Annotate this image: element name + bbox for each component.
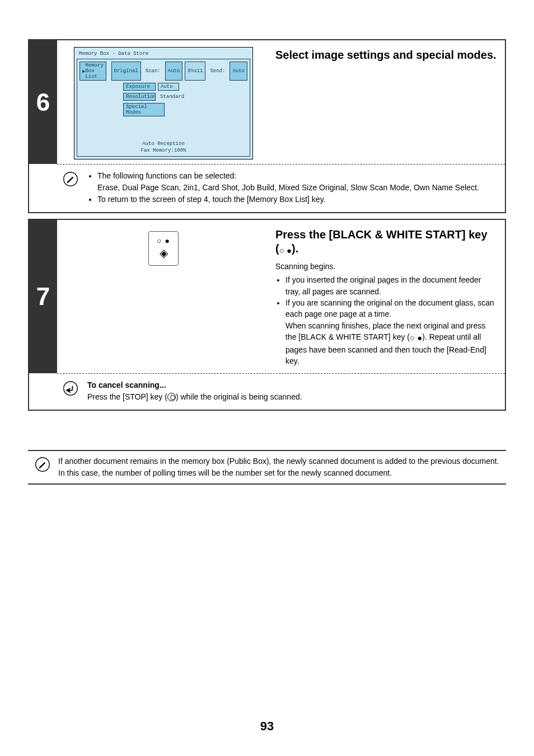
memory-box-list-button[interactable]: ▶ Memory Box List	[79, 62, 106, 81]
step-number: 7	[29, 220, 57, 373]
resolution-value: Standard	[158, 93, 186, 101]
svg-point-1	[64, 382, 78, 396]
bw-symbol-icon: ○ ●	[157, 236, 170, 245]
send-value[interactable]: Auto	[229, 62, 247, 81]
scan-label: Scan:	[143, 62, 163, 81]
bottom-note-text: If another document remains in the memor…	[58, 456, 499, 479]
start-diamond-icon: ◈	[160, 246, 168, 260]
bottom-note: If another document remains in the memor…	[28, 450, 506, 485]
resolution-button[interactable]: Resolution	[123, 93, 156, 101]
exposure-value: Auto	[158, 83, 179, 91]
special-modes-button[interactable]: Special Modes	[123, 103, 165, 116]
cancel-scanning-title: To cancel scanning...	[87, 381, 166, 389]
step-7-body: Scanning begins. If you inserted the ori…	[275, 261, 497, 367]
screen-footer: Auto Reception Fax Memory:100%	[79, 119, 247, 154]
back-arrow-icon	[63, 381, 78, 396]
step-6-heading: Select image settings and special modes.	[275, 48, 497, 62]
screen-title: Memory Box - Data Store	[77, 50, 250, 59]
note-text: To cancel scanning... Press the [STOP] k…	[87, 379, 302, 403]
pencil-note-icon	[35, 457, 50, 472]
step-6-note: The following functions can be selected:…	[29, 165, 505, 212]
page-number: 93	[0, 719, 534, 734]
note-text: The following functions can be selected:…	[87, 170, 479, 205]
stop-key-icon	[167, 393, 176, 401]
step-6-text: Select image settings and special modes.	[270, 40, 505, 164]
step-7-heading: Press the [BLACK & WHITE START] key (○ ●…	[275, 228, 497, 256]
step-number: 6	[29, 40, 57, 164]
step-7-block: 7 ○ ● ◈ Press the [BLACK & WHITE START] …	[28, 219, 506, 411]
screen-inner: ▶ Memory Box List Original Scan: Auto 8½…	[77, 59, 250, 157]
step-7-text: Press the [BLACK & WHITE START] key (○ ●…	[270, 220, 505, 373]
step-7-image-cell: ○ ● ◈	[57, 220, 270, 373]
step-6-block: 6 Memory Box - Data Store ▶ Memory Box L…	[28, 39, 506, 213]
size-value[interactable]: 8½x11	[185, 62, 205, 81]
send-label: Send:	[208, 62, 227, 81]
step-6-image-cell: Memory Box - Data Store ▶ Memory Box Lis…	[57, 40, 270, 164]
scan-value[interactable]: Auto	[165, 62, 183, 81]
step-7-note: To cancel scanning... Press the [STOP] k…	[29, 374, 505, 410]
bw-inline-icon: ○ ●	[279, 246, 292, 255]
bw-inline-icon: ○ ●	[410, 333, 422, 342]
exposure-button[interactable]: Exposure	[123, 83, 156, 91]
hardware-key-panel: ○ ● ◈	[148, 231, 179, 266]
memory-box-screen: Memory Box - Data Store ▶ Memory Box Lis…	[74, 47, 253, 159]
pencil-note-icon	[63, 171, 78, 187]
original-button[interactable]: Original	[111, 62, 141, 81]
